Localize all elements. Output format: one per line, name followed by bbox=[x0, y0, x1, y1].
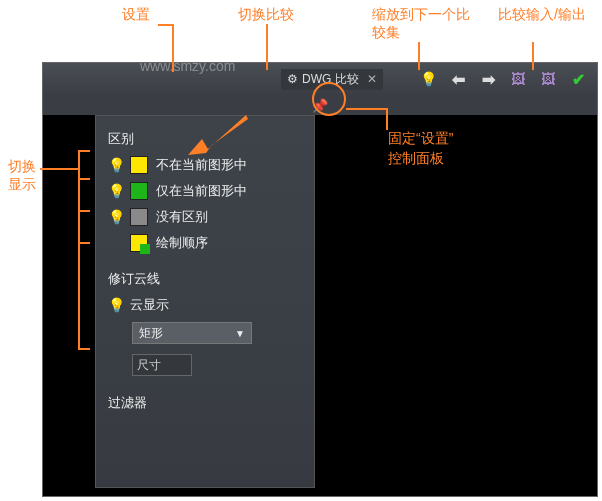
diff-label: 绘制顺序 bbox=[156, 234, 208, 252]
diff-label: 仅在当前图形中 bbox=[156, 182, 247, 200]
bulb-icon[interactable]: 💡 bbox=[415, 67, 441, 91]
section-diff-title: 区别 bbox=[108, 130, 302, 148]
ann-zoom-next: 缩放到下一个比较集 bbox=[372, 6, 482, 42]
cloud-show-row: 💡 云显示 bbox=[108, 296, 302, 314]
close-icon[interactable]: ✕ bbox=[367, 72, 377, 86]
pin-bar: 📌 bbox=[43, 95, 597, 115]
ann-settings: 设置 bbox=[122, 6, 150, 24]
prev-arrow-icon[interactable]: ⬅ bbox=[445, 67, 471, 91]
color-swatch-green[interactable] bbox=[130, 182, 148, 200]
toolbar: ⚙ DWG 比较 ✕ 💡 ⬅ ➡ 🖼 🖼 ✔ bbox=[43, 63, 597, 95]
pin-icon[interactable]: 📌 bbox=[312, 98, 328, 113]
section-cloud-title: 修订云线 bbox=[108, 270, 302, 288]
size-input-value: 尺寸 bbox=[137, 357, 161, 374]
section-filter-title: 过滤器 bbox=[108, 394, 302, 412]
color-swatch-gray[interactable] bbox=[130, 208, 148, 226]
gear-icon: ⚙ bbox=[287, 72, 298, 86]
watermark-text: 数码资源网 bbox=[140, 20, 280, 55]
compare-input-icon[interactable]: 🖼 bbox=[505, 67, 531, 91]
bulb-icon[interactable]: 💡 bbox=[108, 157, 122, 173]
diff-label: 不在当前图形中 bbox=[156, 156, 247, 174]
chevron-down-icon: ▼ bbox=[235, 328, 245, 339]
color-swatch-order[interactable] bbox=[130, 234, 148, 252]
ann-toggle-display: 切换显示 bbox=[8, 158, 38, 194]
color-swatch-yellow[interactable] bbox=[130, 156, 148, 174]
diff-row-draw-order: 绘制顺序 bbox=[108, 234, 302, 252]
cloud-show-label: 云显示 bbox=[130, 296, 169, 314]
next-arrow-icon[interactable]: ➡ bbox=[475, 67, 501, 91]
bulb-icon[interactable]: 💡 bbox=[108, 183, 122, 199]
diff-label: 没有区别 bbox=[156, 208, 208, 226]
settings-panel: 区别 💡 不在当前图形中 💡 仅在当前图形中 💡 没有区别 绘制顺序 修订云线 … bbox=[95, 115, 315, 488]
diff-row-only-in-current: 💡 仅在当前图形中 bbox=[108, 182, 302, 200]
app-window: ⚙ DWG 比较 ✕ 💡 ⬅ ➡ 🖼 🖼 ✔ 📌 区别 💡 不在当前图形中 💡 … bbox=[42, 62, 598, 497]
toolbar-title-chip[interactable]: ⚙ DWG 比较 ✕ bbox=[281, 69, 383, 90]
ann-compare-io: 比较输入/输出 bbox=[498, 6, 588, 24]
bulb-icon[interactable]: 💡 bbox=[108, 209, 122, 225]
shape-select[interactable]: 矩形 ▼ bbox=[132, 322, 252, 344]
shape-select-value: 矩形 bbox=[139, 325, 163, 342]
compare-output-icon[interactable]: 🖼 bbox=[535, 67, 561, 91]
confirm-check-icon[interactable]: ✔ bbox=[565, 67, 591, 91]
ann-toggle-compare: 切换比较 bbox=[238, 6, 294, 24]
diff-row-no-diff: 💡 没有区别 bbox=[108, 208, 302, 226]
toolbar-title: DWG 比较 bbox=[302, 71, 359, 88]
diff-row-not-in-current: 💡 不在当前图形中 bbox=[108, 156, 302, 174]
watermark-logo: SM bbox=[55, 20, 135, 60]
bulb-icon[interactable]: 💡 bbox=[108, 297, 122, 313]
size-input[interactable]: 尺寸 bbox=[132, 354, 192, 376]
